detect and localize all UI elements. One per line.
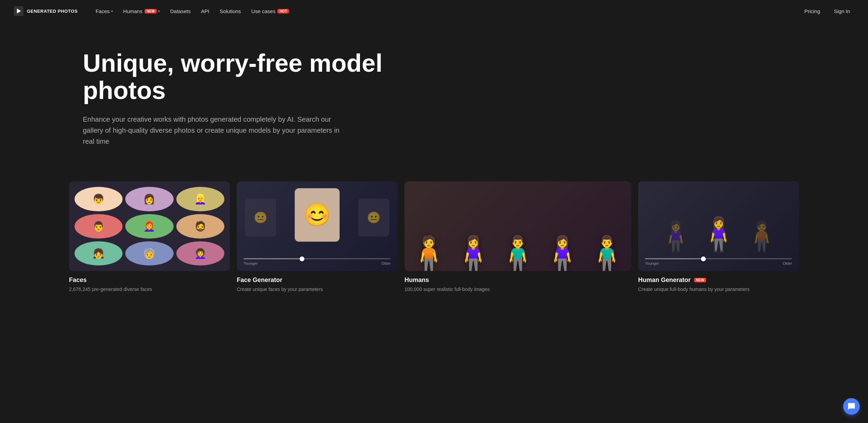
card-face-generator-desc: Create unique faces by your parameters (237, 286, 398, 293)
face-main: 😊 (295, 188, 340, 242)
human-figure-1: 🧍 (407, 236, 450, 271)
card-humans[interactable]: 🧍 🧍‍♀️ 🧍‍♂️ 🧍‍♀️ 🧍‍♂️ Humans 100,000 sup… (404, 181, 631, 293)
card-human-generator-title: Human Generator New (638, 276, 799, 284)
card-humans-image: 🧍 🧍‍♀️ 🧍‍♂️ 🧍‍♀️ 🧍‍♂️ (404, 181, 631, 271)
nav-item-datasets[interactable]: Datasets (166, 6, 195, 16)
chat-button[interactable] (843, 398, 860, 415)
card-face-generator-image: 😐 😊 😐 Younger Older (237, 181, 398, 271)
face-avatar: 👩 (125, 187, 173, 211)
humangen-figure-2: 🧍‍♀️ (698, 215, 739, 254)
age-slider-2[interactable]: Younger Older (638, 258, 799, 265)
slider-thumb[interactable] (300, 256, 304, 261)
hero-section: Unique, worry-free model photos Enhance … (0, 22, 483, 168)
card-faces-desc: 2,676,245 pre-generated diverse faces (69, 286, 230, 293)
slider-fill (244, 258, 302, 259)
nav-item-solutions[interactable]: Solutions (215, 6, 245, 16)
face-side-left: 😐 (245, 199, 276, 236)
faces-grid: 👦 👩 👱‍♀️ 👨 👩‍🦰 🧔 👧 🧓 👩‍🦱 (69, 181, 230, 271)
face-avatar: 👩‍🦰 (125, 214, 173, 239)
face-side-right: 😐 (358, 199, 389, 236)
human-figure-5: 🧍‍♂️ (585, 236, 628, 271)
slider-thumb-2[interactable] (701, 256, 706, 261)
card-human-generator-image: 🧍‍♀️ 🧍‍♀️ 🧍 Younger Older (638, 181, 799, 271)
humans-figures: 🧍 🧍‍♀️ 🧍‍♂️ 🧍‍♀️ 🧍‍♂️ (404, 181, 631, 271)
card-face-generator[interactable]: 😐 😊 😐 Younger Older Face Generator (237, 181, 398, 293)
humangen-figure-1: 🧍‍♀️ (657, 219, 694, 254)
nav-item-use-cases[interactable]: Use cases Hot (247, 6, 293, 16)
signin-button[interactable]: Sign In (830, 6, 854, 16)
face-avatar: 🧓 (125, 241, 173, 266)
svg-marker-0 (17, 9, 21, 13)
card-faces-image: 👦 👩 👱‍♀️ 👨 👩‍🦰 🧔 👧 🧓 👩‍🦱 (69, 181, 230, 271)
face-avatar: 👨 (75, 214, 123, 239)
card-human-generator-desc: Create unique full-body humans by your p… (638, 286, 799, 293)
nav-item-api[interactable]: API (197, 6, 213, 16)
cards-grid: 👦 👩 👱‍♀️ 👨 👩‍🦰 🧔 👧 🧓 👩‍🦱 Faces 2,676,245… (69, 181, 799, 293)
chat-icon (847, 402, 856, 411)
nav-item-humans[interactable]: Humans New ▾ (119, 6, 164, 16)
hero-subtitle: Enhance your creative works with photos … (83, 114, 345, 147)
hero-title: Unique, worry-free model photos (83, 50, 393, 104)
humangen-figures: 🧍‍♀️ 🧍‍♀️ 🧍 (638, 185, 799, 254)
cards-section: 👦 👩 👱‍♀️ 👨 👩‍🦰 🧔 👧 🧓 👩‍🦱 Faces 2,676,245… (0, 168, 868, 321)
logo-text: GENERATED PHOTOS (27, 9, 78, 14)
humangen-figure-3: 🧍 (743, 219, 780, 254)
card-human-generator[interactable]: 🧍‍♀️ 🧍‍♀️ 🧍 Younger Older Human Ge (638, 181, 799, 293)
face-avatar: 🧔 (176, 214, 224, 239)
new-badge: New (145, 9, 157, 13)
slider-track-2 (645, 258, 792, 259)
card-faces[interactable]: 👦 👩 👱‍♀️ 👨 👩‍🦰 🧔 👧 🧓 👩‍🦱 Faces 2,676,245… (69, 181, 230, 293)
card-humans-title: Humans (404, 276, 631, 284)
face-avatar: 👩‍🦱 (176, 241, 224, 266)
nav-links: Faces ▾ Humans New ▾ Datasets API Soluti… (91, 6, 800, 16)
logo-icon (14, 6, 23, 16)
human-figure-3: 🧍‍♂️ (496, 236, 539, 271)
slider-fill-2 (645, 258, 704, 259)
chevron-down-icon: ▾ (111, 9, 113, 13)
card-humans-desc: 100,000 super realistic full-body images (404, 286, 631, 293)
face-avatar: 👧 (75, 241, 123, 266)
chevron-down-icon: ▾ (158, 9, 160, 13)
card-faces-title: Faces (69, 276, 230, 284)
navbar: GENERATED PHOTOS Faces ▾ Humans New ▾ Da… (0, 0, 868, 22)
slider-labels: Younger Older (244, 261, 391, 265)
hot-badge: Hot (277, 9, 289, 13)
age-slider[interactable]: Younger Older (237, 258, 398, 265)
face-avatar: 👱‍♀️ (176, 187, 224, 211)
face-avatar: 👦 (75, 187, 123, 211)
card-face-generator-title: Face Generator (237, 276, 398, 284)
logo[interactable]: GENERATED PHOTOS (14, 6, 78, 16)
new-badge-card: New (694, 278, 706, 282)
human-figure-4: 🧍‍♀️ (541, 236, 584, 271)
human-figure-2: 🧍‍♀️ (452, 236, 495, 271)
nav-item-faces[interactable]: Faces ▾ (91, 6, 117, 16)
nav-right: Pricing Sign In (800, 6, 854, 16)
slider-track (244, 258, 391, 259)
pricing-link[interactable]: Pricing (800, 6, 824, 16)
slider-labels-2: Younger Older (645, 261, 792, 265)
